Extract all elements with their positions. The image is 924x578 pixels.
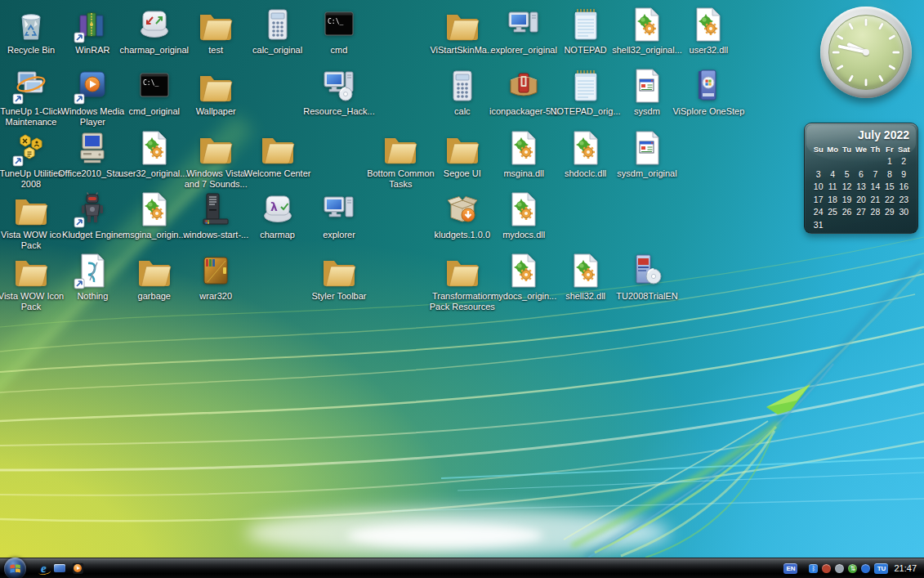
desktop-icon-user32-original[interactable]: user32_original.... (123, 128, 185, 179)
desktop-icon-welcome-center[interactable]: Welcome Center (247, 128, 309, 179)
desktop-icon-kludget-engine[interactable]: Kludget Engine (61, 190, 123, 240)
calendar-day: 28 (868, 207, 882, 220)
calendar-day: 27 (854, 207, 868, 220)
desktop-icon-shell32-original[interactable]: shell32_original... (616, 5, 678, 56)
desktop-icon-calc-original[interactable]: calc_original (247, 5, 309, 56)
desktop-icon-msgina-dll[interactable]: msgina.dll (493, 128, 555, 179)
desktop-icon-garbage[interactable]: garbage (123, 251, 185, 302)
desktop-icon-windows-vista-and-7-sounds[interactable]: Windows Vista and 7 Sounds... (185, 128, 247, 190)
desktop-icon-tu2008trialen[interactable]: TU2008TrialEN (616, 251, 678, 302)
calendar-day: 15 (882, 181, 896, 195)
calendar-day: 12 (840, 181, 854, 195)
shortcut-arrow-icon (13, 156, 23, 166)
clock-tick (832, 52, 840, 54)
taskbar: e ENᛒ⇅TU 21:47 (0, 558, 924, 578)
play-icon (74, 564, 82, 572)
desktop-icon-shell32-dll[interactable]: shell32.dll (555, 251, 617, 302)
desktop-icon-kludgets-1-0-0[interactable]: kludgets.1.0.0 (431, 190, 493, 240)
desktop-icon-explorer-original[interactable]: explorer_original (493, 5, 555, 56)
desktop-icon-label: Windows Vista and 7 Sounds... (179, 168, 252, 190)
volume-icon[interactable] (835, 564, 844, 573)
desktop-icon-notepad[interactable]: NOTEPAD (555, 5, 617, 56)
calendar-day-empty (868, 156, 882, 169)
desktop-icon-label: Resource_Hack... (303, 106, 374, 117)
desktop-icon-tuneup-utilities-2008[interactable]: TuneUp Utilities 2008 (0, 128, 62, 190)
desktop-icon-bottom-common-tasks[interactable]: Bottom Common Tasks (369, 128, 431, 190)
desktop-icon-recycle-bin[interactable]: Recycle Bin (0, 5, 62, 56)
desktop-icon-explorer[interactable]: explorer (308, 190, 370, 240)
desktop-icon-label: Vista WOW Icon Pack (0, 291, 68, 312)
desktop-icon-test[interactable]: test (185, 5, 247, 56)
desktop-icon-segoe-ui[interactable]: Segoe UI (431, 128, 493, 179)
messenger-icon[interactable] (861, 564, 870, 573)
desktop-icons: Recycle BinWinRARcharmap_originaltestcal… (0, 0, 924, 558)
desktop-icon-shdoclc-dll[interactable]: shdoclc.dll (555, 128, 617, 179)
clock-gadget[interactable] (820, 7, 912, 98)
desktop-icon-transformation-pack-resources[interactable]: Transformation Pack Resources (431, 251, 493, 312)
desktop-icon-cmd-original[interactable]: cmd_original (123, 66, 185, 117)
desktop-icon-winrar[interactable]: WinRAR (61, 5, 123, 56)
calendar-day-empty (854, 220, 868, 233)
show-desktop-icon[interactable] (54, 564, 65, 572)
folder-icon (319, 251, 359, 290)
desktop-icon-user32-dll[interactable]: user32.dll (677, 5, 739, 56)
desktop-icon-styler-toolbar[interactable]: Styler Toolbar (308, 251, 370, 302)
desktop-icon-tuneup-1-click-maintenance[interactable]: TuneUp 1-Click Maintenance (0, 66, 62, 128)
bluetooth-icon[interactable]: ᛒ (809, 564, 818, 573)
wmp-icon (73, 66, 112, 105)
notepad-icon (566, 66, 605, 105)
taskbar-clock[interactable]: 21:47 (894, 563, 917, 573)
desktop-icon-charmap[interactable]: charmap (247, 190, 309, 240)
desktop[interactable]: Recycle BinWinRARcharmap_originaltestcal… (0, 0, 924, 558)
desktop-icon-windows-start[interactable]: windows-start-... (185, 190, 247, 240)
folder-icon (196, 5, 235, 44)
wrar-icon (196, 251, 235, 290)
desktop-icon-sysdm[interactable]: sysdm (616, 66, 678, 117)
desktop-icon-charmap-original[interactable]: charmap_original (123, 5, 185, 56)
desktop-icon-notepad-orig[interactable]: NOTEPAD_orig... (555, 66, 617, 117)
desktop-icon-office2010-sta[interactable]: Office2010_Sta... (61, 128, 123, 179)
clock-tick (865, 19, 868, 26)
desktop-icon-calc[interactable]: calc (431, 66, 493, 117)
desktop-icon-resource-hack[interactable]: Resource_Hack... (308, 66, 370, 117)
desktop-icon-sysdm-original[interactable]: sysdm_original (616, 128, 678, 179)
desktop-icon-label: ViStartSkinMa... (430, 45, 494, 56)
calendar-gadget[interactable]: July 2022 SuMoTuWeThFrSat 12345678910111… (804, 123, 918, 234)
folder-icon (443, 5, 482, 44)
desktop-icon-label: Styler Toolbar (311, 291, 366, 302)
desktop-icon-label: calc (454, 106, 471, 117)
dll-icon (627, 5, 667, 44)
terminal-icon (319, 5, 359, 44)
desktop-icon-windows-media-player[interactable]: Windows Media Player (61, 66, 123, 128)
network-activity-icon[interactable]: ⇅ (848, 564, 857, 573)
desktop-icon-iconpackager-5-1[interactable]: iconpackager-5.1 (493, 66, 555, 117)
folder-icon (196, 128, 235, 168)
language-indicator[interactable]: EN (783, 563, 797, 574)
dll-icon (566, 128, 605, 168)
desktop-icon-vista-wow-ico-pack[interactable]: Vista WOW ico Pack (0, 190, 62, 251)
desktop-icon-label: charmap_original (120, 45, 189, 56)
tuneup-icon[interactable]: TU (874, 563, 888, 574)
desktop-icon-wallpaper[interactable]: Wallpaper (185, 66, 247, 117)
folder-icon (196, 66, 235, 105)
desktop-icon-cmd[interactable]: cmd (308, 5, 370, 56)
clock-tick (865, 79, 868, 87)
desktop-icon-vista-wow-icon-pack[interactable]: Vista WOW Icon Pack (0, 251, 62, 312)
desktop-icon-mydocs-dll[interactable]: mydocs.dll (493, 190, 555, 240)
shortcut-arrow-icon (74, 279, 84, 289)
desktop-icon-visplore-onestep[interactable]: ViSplore OneStep (677, 66, 739, 117)
desktop-icon-wrar320[interactable]: wrar320 (185, 251, 247, 302)
audio-device-icon[interactable] (822, 564, 831, 573)
internet-explorer-icon[interactable]: e (41, 562, 47, 575)
clock-tick (848, 23, 854, 30)
media-player-icon[interactable] (73, 563, 83, 574)
start-button[interactable] (4, 558, 26, 578)
screen: { "desktop": { "wallpaper_colors": { "te… (0, 0, 924, 578)
desktop-icon-mydocs-origin[interactable]: mydocs_origin... (493, 251, 555, 302)
windows-logo-icon (9, 562, 21, 575)
tuneup1-icon (11, 66, 51, 105)
desktop-icon-nothing[interactable]: Nothing (61, 251, 123, 302)
desktop-icon-vistartskinma[interactable]: ViStartSkinMa... (431, 5, 493, 56)
calc-icon (443, 66, 482, 105)
desktop-icon-msgina-origin[interactable]: msgina_origin... (123, 190, 185, 240)
